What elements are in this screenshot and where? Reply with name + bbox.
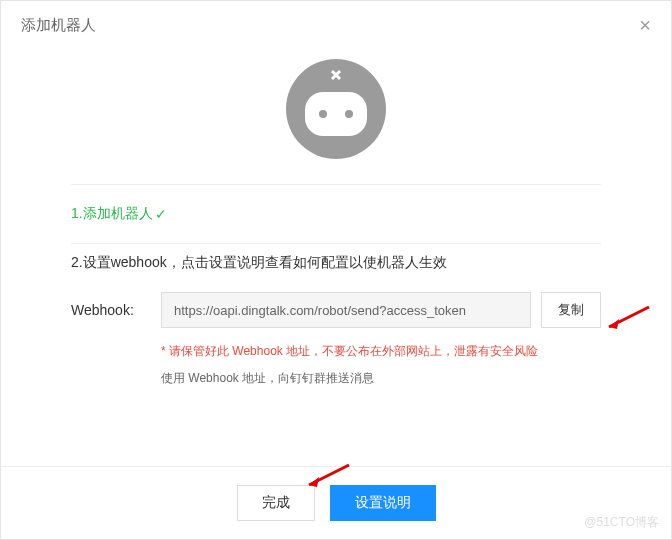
modal-title: 添加机器人 bbox=[21, 16, 96, 35]
step1-complete: 1.添加机器人 ✓ bbox=[71, 185, 601, 243]
done-button[interactable]: 完成 bbox=[237, 485, 315, 521]
settings-button[interactable]: 设置说明 bbox=[330, 485, 436, 521]
robot-avatar bbox=[71, 59, 601, 159]
webhook-url-input[interactable]: https://oapi.dingtalk.com/robot/send?acc… bbox=[161, 292, 531, 328]
watermark: @51CTO博客 bbox=[584, 514, 659, 531]
robot-icon bbox=[286, 59, 386, 159]
webhook-row: Webhook: https://oapi.dingtalk.com/robot… bbox=[71, 292, 601, 328]
close-icon[interactable]: × bbox=[639, 15, 651, 35]
add-robot-modal: 添加机器人 × 1.添加机器人 ✓ 2.设置webhook，点击设置说明查看如何… bbox=[0, 0, 672, 540]
step1-label: 1.添加机器人 bbox=[71, 205, 153, 223]
check-icon: ✓ bbox=[155, 206, 167, 222]
webhook-warning: * 请保管好此 Webhook 地址，不要公布在外部网站上，泄露有安全风险 bbox=[161, 343, 601, 360]
webhook-info: 使用 Webhook 地址，向钉钉群推送消息 bbox=[161, 370, 601, 387]
modal-content: 1.添加机器人 ✓ 2.设置webhook，点击设置说明查看如何配置以使机器人生… bbox=[1, 59, 671, 387]
webhook-label: Webhook: bbox=[71, 302, 151, 318]
copy-button[interactable]: 复制 bbox=[541, 292, 601, 328]
modal-header: 添加机器人 × bbox=[1, 1, 671, 49]
modal-footer: 完成 设置说明 bbox=[1, 466, 671, 539]
step2-label: 2.设置webhook，点击设置说明查看如何配置以使机器人生效 bbox=[71, 244, 601, 292]
